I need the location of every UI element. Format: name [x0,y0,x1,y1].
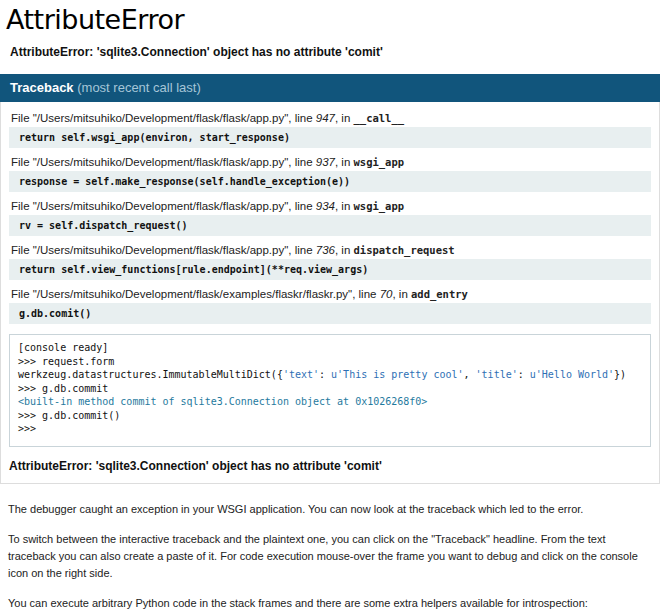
console-string-literal: u'This is pretty cool' [331,369,463,380]
line-label: , line [288,244,316,256]
frame-location: File "/Users/mitsuhiko/Development/flask… [11,244,649,256]
console-prompt[interactable]: >>> [18,422,642,436]
traceback-frame[interactable]: File "/Users/mitsuhiko/Development/flask… [9,288,651,324]
in-label: , in [392,288,411,300]
console-output-line: werkzeug.datastructures.ImmutableMultiDi… [18,368,642,382]
line-label: , line [288,112,316,124]
file-label: File [11,244,33,256]
traceback-box: File "/Users/mitsuhiko/Development/flask… [0,102,660,484]
file-label: File [11,200,33,212]
explanation-paragraph: The debugger caught an exception in your… [8,501,652,518]
line-label: , line [288,200,316,212]
function-name: __call__ [353,112,404,124]
console-input-line: >>> g.db.commit() [18,409,642,423]
console-input-line: >>> request.form [18,355,642,369]
in-label: , in [335,156,354,168]
console-output-text: : [319,369,331,380]
interactive-console[interactable]: [console ready] >>> request.form werkzeu… [9,334,651,447]
line-number: 947 [316,112,335,124]
traceback-frame[interactable]: File "/Users/mitsuhiko/Development/flask… [9,156,651,192]
traceback-error-line: AttributeError: 'sqlite3.Connection' obj… [9,459,651,473]
function-name: wsgi_app [353,156,404,168]
console-object-repr-line: <built-in method commit of sqlite3.Conne… [18,395,642,409]
traceback-frame[interactable]: File "/Users/mitsuhiko/Development/flask… [9,200,651,236]
frame-source-line[interactable]: return self.view_functions[rule.endpoint… [9,259,651,280]
traceback-frame[interactable]: File "/Users/mitsuhiko/Development/flask… [9,244,651,280]
explanation-section: The debugger caught an exception in your… [0,484,660,613]
in-label: , in [335,112,354,124]
line-number: 736 [316,244,335,256]
frame-source-line[interactable]: g.db.comit() [9,303,651,324]
exception-message: AttributeError: 'sqlite3.Connection' obj… [10,45,660,59]
console-output-text: : [518,369,530,380]
function-name: wsgi_app [353,200,404,212]
console-ready-line: [console ready] [18,341,642,355]
console-output-text: }) [614,369,626,380]
line-number: 934 [316,200,335,212]
line-label: , line [352,288,380,300]
console-string-literal: 'text' [283,369,319,380]
console-output-text: , [464,369,476,380]
file-label: File [11,112,33,124]
frame-location: File "/Users/mitsuhiko/Development/flask… [11,200,649,212]
explanation-paragraph: You can execute arbitrary Python code in… [8,595,652,612]
frame-location: File "/Users/mitsuhiko/Development/flask… [11,156,649,168]
in-label: , in [335,244,354,256]
traceback-header-title: Traceback [10,80,77,95]
frame-source-line[interactable]: return self.wsgi_app(environ, start_resp… [9,127,651,148]
in-label: , in [335,200,354,212]
file-path: "/Users/mitsuhiko/Development/flask/flas… [33,112,289,124]
line-label: , line [288,156,316,168]
line-number: 70 [380,288,393,300]
console-input-line: >>> g.db.commit [18,382,642,396]
traceback-header-note: (most recent call last) [77,80,201,95]
file-label: File [11,156,33,168]
frame-location: File "/Users/mitsuhiko/Development/flask… [11,288,649,300]
file-path: "/Users/mitsuhiko/Development/flask/flas… [33,200,289,212]
function-name: add_entry [411,288,468,300]
function-name: dispatch_request [353,244,454,256]
frame-source-line[interactable]: rv = self.dispatch_request() [9,215,651,236]
console-output-text: werkzeug.datastructures.ImmutableMultiDi… [18,369,283,380]
traceback-frame[interactable]: File "/Users/mitsuhiko/Development/flask… [9,112,651,148]
console-string-literal: u'Hello World' [530,369,614,380]
frame-source-line[interactable]: response = self.make_response(self.handl… [9,171,651,192]
traceback-header[interactable]: Traceback (most recent call last) [0,74,660,102]
console-string-literal: 'title' [476,369,518,380]
file-path: "/Users/mitsuhiko/Development/flask/flas… [33,244,289,256]
frame-location: File "/Users/mitsuhiko/Development/flask… [11,112,649,124]
line-number: 937 [316,156,335,168]
file-path: "/Users/mitsuhiko/Development/flask/exam… [33,288,352,300]
page-title: AttributeError [6,0,660,35]
explanation-paragraph: To switch between the interactive traceb… [8,531,652,582]
file-label: File [11,288,33,300]
file-path: "/Users/mitsuhiko/Development/flask/flas… [33,156,289,168]
